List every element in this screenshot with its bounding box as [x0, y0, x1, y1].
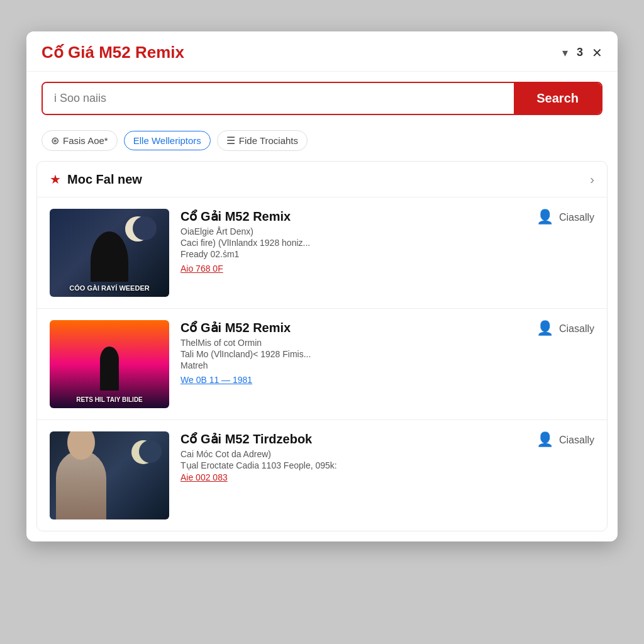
- window-title: Cố Giá M52 Remix: [42, 43, 184, 62]
- user-icon-1: 👤: [536, 209, 554, 226]
- result-sub2-2: Tali Mo (VlIncland)< 1928 Fimis...: [180, 349, 525, 359]
- search-row: Search: [42, 82, 602, 115]
- result-sub2-3: Tụal Eroctate Cadia 1103 Feople, 095k:: [180, 460, 525, 470]
- filter-fide-label: Fide Trociahts: [239, 135, 298, 146]
- result-sub1-3: Cai Móc Cot da Adrew): [180, 449, 525, 459]
- table-row: RETS HIL TAIY BILIDE Cổ Gải M52 Remix Th…: [37, 309, 607, 420]
- filter-tab-fide[interactable]: ☰ Fide Trociahts: [217, 130, 308, 151]
- result-actions-1: 👤 Ciasally: [536, 209, 594, 226]
- chevron-right-icon[interactable]: ›: [590, 172, 594, 187]
- fide-icon: ☰: [226, 135, 235, 147]
- thumb-label-2: RETS HIL TAIY BILIDE: [50, 396, 169, 403]
- thumbnail-1: CÓO GÀI RAYÍ WEEDER: [50, 209, 169, 297]
- section-header: ★ Moc Fal new ›: [37, 162, 607, 197]
- fasis-icon: ⊛: [51, 135, 59, 147]
- dropdown-button[interactable]: ▾: [562, 46, 568, 60]
- star-icon: ★: [50, 172, 61, 187]
- result-info-2: Cổ Gải M52 Remix ThelMis of cot Ormin Ta…: [180, 320, 525, 386]
- thumbnail-3: [50, 431, 169, 519]
- search-button[interactable]: Search: [514, 83, 601, 114]
- window-count: 3: [577, 46, 583, 59]
- action-label-3[interactable]: Ciasally: [559, 435, 594, 446]
- result-title-3: Cổ Gải M52 Tirdzebok: [180, 431, 525, 447]
- search-input[interactable]: [43, 83, 514, 114]
- close-button[interactable]: ✕: [592, 45, 602, 60]
- user-icon-3: 👤: [536, 431, 554, 449]
- result-sub1-2: ThelMis of cot Ormin: [180, 338, 525, 348]
- table-row: Cổ Gải M52 Tirdzebok Cai Móc Cot da Adre…: [37, 420, 607, 531]
- user-icon-2: 👤: [536, 320, 554, 338]
- window-controls: ▾ 3 ✕: [562, 45, 602, 60]
- figure-3: [56, 450, 106, 519]
- thumb-label-1: CÓO GÀI RAYÍ WEEDER: [50, 284, 169, 292]
- figure-2: [100, 347, 119, 391]
- result-sub3-1: Fready 02.ṡm1: [180, 249, 525, 259]
- result-sub3-2: Matreh: [180, 360, 525, 370]
- filter-elle-label: Elle Welleriptors: [133, 135, 201, 146]
- search-section: Search: [26, 72, 618, 125]
- result-title-1: Cổ Gải M52 Remix: [180, 209, 525, 224]
- filter-fasis-label: Fasis Aoe*: [63, 135, 108, 146]
- figure-1: [91, 231, 128, 282]
- result-info-3: Cổ Gải M52 Tirdzebok Cai Móc Cot da Adre…: [180, 431, 525, 483]
- result-title-2: Cổ Gải M52 Remix: [180, 320, 525, 335]
- section-title: Moc Fal new: [67, 172, 142, 187]
- filter-tab-elle[interactable]: Elle Welleriptors: [124, 131, 211, 150]
- section-title-wrap: ★ Moc Fal new: [50, 172, 142, 187]
- thumbnail-2: RETS HIL TAIY BILIDE: [50, 320, 169, 408]
- result-link-2[interactable]: We 0B 11 — 1981: [180, 375, 252, 385]
- result-info-1: Cổ Gải M52 Remix OiaElgie Årt Denx) Caci…: [180, 209, 525, 274]
- action-label-1[interactable]: Ciasally: [559, 212, 594, 223]
- results-container: ★ Moc Fal new › CÓO GÀI RAYÍ WEEDER Cổ G…: [36, 161, 608, 531]
- result-link-3[interactable]: Aie 002 083: [180, 472, 228, 482]
- result-link-1[interactable]: Aio 768 0F: [180, 264, 223, 274]
- result-sub2-1: Caci fire) (VlInlandx 1928 honiz...: [180, 238, 525, 248]
- table-row: CÓO GÀI RAYÍ WEEDER Cổ Gải M52 Remix Oia…: [37, 197, 607, 309]
- filter-tabs: ⊛ Fasis Aoe* Elle Welleriptors ☰ Fide Tr…: [26, 125, 618, 161]
- app-window: Cố Giá M52 Remix ▾ 3 ✕ Search ⊛ Fasis Ao…: [26, 31, 618, 541]
- result-actions-2: 👤 Ciasally: [536, 320, 594, 338]
- result-sub1-1: OiaElgie Årt Denx): [180, 226, 525, 236]
- filter-tab-fasis[interactable]: ⊛ Fasis Aoe*: [42, 130, 118, 151]
- result-actions-3: 👤 Ciasally: [536, 431, 594, 449]
- title-bar: Cố Giá M52 Remix ▾ 3 ✕: [26, 31, 618, 72]
- action-label-2[interactable]: Ciasally: [559, 323, 594, 335]
